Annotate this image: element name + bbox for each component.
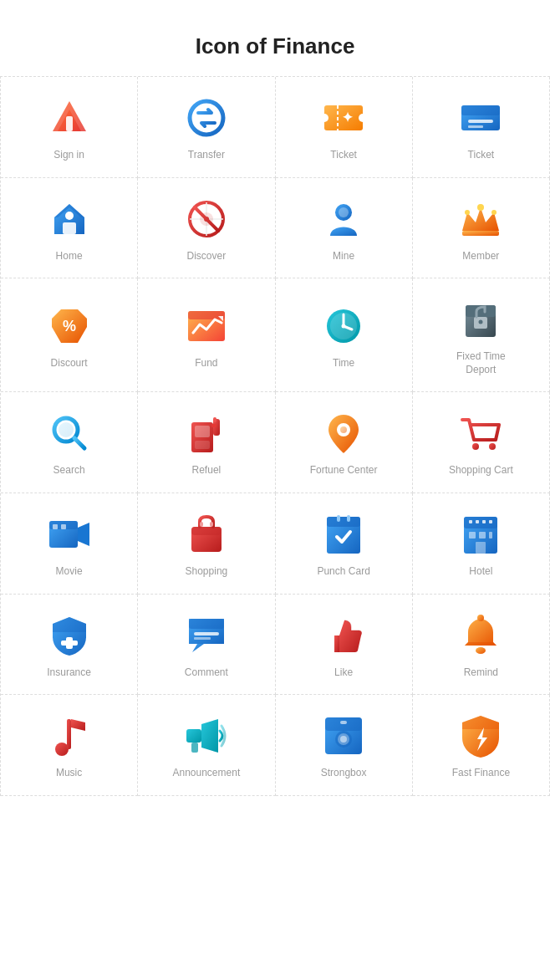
hotel-icon [458,512,503,557]
comment-label: Comment [185,666,228,680]
time-label: Time [333,357,354,370]
svg-rect-74 [489,520,492,523]
cell-strongbox: Strongbox [276,695,413,796]
ticket-blue-label: Ticket [468,149,495,162]
svg-rect-12 [468,125,483,128]
discover-icon [184,197,229,242]
fortune-center-icon [321,411,366,456]
svg-point-42 [59,422,74,437]
svg-line-41 [74,438,84,448]
cell-fund: Fund [138,278,275,392]
refuel-icon [184,411,229,456]
svg-rect-44 [195,426,210,437]
svg-rect-2 [66,116,73,131]
announcement-icon [184,713,229,758]
cell-discourt: % Discourt [1,278,138,392]
svg-rect-91 [191,743,198,753]
svg-rect-67 [337,515,340,522]
cell-hotel: Hotel [413,493,550,595]
remind-icon [458,613,503,658]
search-label: Search [53,464,85,477]
cell-movie: Movie [1,493,138,595]
ticket-blue-icon [458,95,503,140]
discourt-label: Discourt [51,357,88,370]
shopping-cart-icon [458,411,503,456]
cell-member: Member [413,178,550,279]
svg-rect-75 [469,532,476,538]
svg-rect-63 [200,522,203,527]
movie-label: Movie [56,565,83,579]
svg-rect-77 [489,532,492,538]
transfer-label: Transfer [188,149,225,162]
svg-point-23 [477,204,484,211]
svg-marker-85 [192,644,204,652]
svg-rect-46 [211,424,216,427]
cell-ticket-orange: ✦ Ticket [276,77,413,178]
svg-point-21 [339,207,349,217]
svg-rect-47 [213,417,216,422]
svg-rect-82 [189,619,224,629]
fixed-time-deport-label: Fixed TimeDeport [456,350,506,376]
svg-rect-89 [67,719,71,749]
svg-point-87 [477,615,484,621]
discourt-icon: % [47,304,92,349]
home-label: Home [56,250,83,263]
remind-label: Remind [464,666,498,680]
svg-point-51 [472,443,479,450]
svg-rect-11 [468,120,493,123]
svg-rect-71 [469,520,472,523]
svg-rect-66 [327,517,360,527]
svg-rect-59 [53,524,58,529]
svg-rect-90 [186,729,201,743]
cell-punch-card: Punch Card [276,493,413,595]
svg-text:%: % [63,318,76,334]
cell-search: Search [1,392,138,493]
cell-transfer: Transfer [138,77,275,178]
svg-rect-64 [210,522,213,527]
fast-finance-icon [458,713,503,758]
svg-point-25 [491,210,497,215]
fund-label: Fund [195,357,217,370]
ticket-orange-label: Ticket [330,149,357,162]
svg-rect-73 [482,520,486,523]
svg-point-96 [340,736,347,743]
svg-point-50 [340,426,347,433]
cell-discover: Discover [138,178,275,279]
transfer-icon [184,95,229,140]
announcement-label: Announcement [173,767,241,780]
cell-like: Like [276,595,413,696]
music-label: Music [56,767,82,780]
svg-point-39 [479,320,483,324]
svg-rect-80 [61,641,78,646]
comment-icon [184,613,229,658]
svg-text:✦: ✦ [342,110,354,125]
like-icon [321,613,366,658]
cell-announcement: Announcement [138,695,275,796]
svg-point-88 [55,743,69,756]
svg-rect-29 [188,311,225,319]
svg-point-5 [320,114,328,122]
shopping-label: Shopping [186,565,228,579]
cell-fortune-center: Fortune Center [276,392,413,493]
svg-rect-13 [63,222,76,234]
svg-point-3 [190,101,223,135]
ticket-orange-icon: ✦ [321,95,366,140]
movie-icon [47,512,92,557]
cell-comment: Comment [138,595,275,696]
hotel-label: Hotel [469,565,492,579]
member-icon [458,197,503,242]
svg-rect-84 [194,637,211,640]
discover-label: Discover [187,250,227,263]
svg-rect-97 [340,721,347,724]
svg-rect-10 [461,105,500,115]
cell-home: Home [1,178,138,279]
sign-in-label: Sign in [53,149,84,162]
strongbox-icon [321,713,366,758]
refuel-label: Refuel [192,464,222,477]
svg-point-6 [359,114,367,122]
mine-icon [321,197,366,242]
punch-card-icon [321,512,366,557]
svg-rect-62 [191,527,222,535]
fortune-center-label: Fortune Center [310,464,378,477]
sign-in-icon [47,95,92,140]
